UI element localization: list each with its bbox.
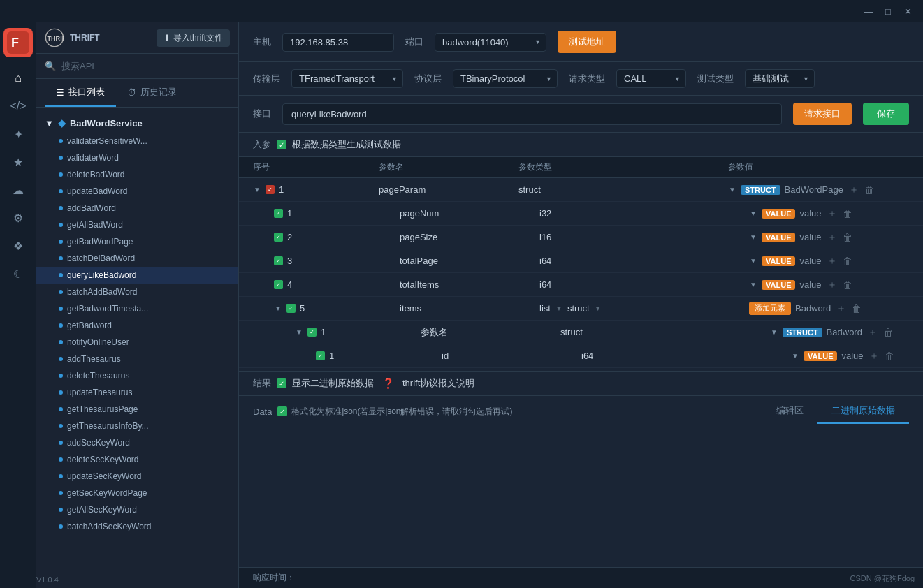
api-item-getAllSecKeyWord[interactable]: getAllSecKeyWord	[36, 501, 238, 518]
api-item-getThesaurusInfoBy[interactable]: getThesaurusInfoBy...	[36, 418, 238, 434]
delete-param-button[interactable]: 🗑	[883, 349, 896, 363]
param-name: pageParam	[379, 184, 518, 195]
api-item-queryLikeBadword[interactable]: queryLikeBadword	[36, 267, 238, 284]
api-item-updateBadWord[interactable]: updateBadWord	[36, 183, 238, 200]
row-checkbox[interactable]	[316, 351, 325, 360]
delete-param-button[interactable]: 🗑	[841, 254, 854, 268]
request-interface-button[interactable]: 请求接口	[793, 103, 852, 125]
show-binary-checkbox[interactable]	[277, 378, 286, 388]
api-item-getBadwordTimesta[interactable]: getBadwordTimesta...	[36, 300, 238, 317]
nav-home-icon[interactable]: ⌂	[6, 66, 31, 91]
service-header[interactable]: ▼ ◆ BadWordService	[36, 113, 238, 133]
row-checkbox[interactable]	[274, 280, 283, 289]
import-button[interactable]: ⬆ 导入thrift文件	[157, 29, 230, 47]
expand-button[interactable]: ▼	[274, 304, 282, 313]
row-checkbox[interactable]	[274, 209, 283, 218]
maximize-button[interactable]: □	[878, 1, 898, 21]
svg-text:THRIFT: THRIFT	[48, 35, 65, 42]
tab-history[interactable]: ⏱ 历史记录	[116, 79, 188, 107]
add-param-button[interactable]: ＋	[826, 277, 838, 293]
generate-test-data-checkbox[interactable]	[277, 140, 286, 149]
api-item-batchDelBadWord[interactable]: batchDelBadWord	[36, 250, 238, 267]
row-checkbox[interactable]	[307, 328, 317, 337]
nav-grid-icon[interactable]: ❖	[6, 233, 31, 258]
row-checkbox[interactable]	[274, 233, 283, 242]
nav-settings-icon[interactable]: ⚙	[6, 205, 31, 230]
api-dot-icon	[59, 491, 63, 495]
api-item-getSecKeyWordPage[interactable]: getSecKeyWordPage	[36, 485, 238, 501]
request-type-select-wrapper: CALL	[616, 69, 686, 88]
add-element-button[interactable]: 添加元素	[749, 302, 791, 315]
delete-param-button[interactable]: 🗑	[850, 302, 863, 316]
protocol-select[interactable]: TBinaryProtocol	[453, 69, 558, 88]
nav-star-icon[interactable]: ✦	[6, 122, 31, 147]
type-cell: i64	[539, 279, 749, 290]
add-param-button[interactable]: ＋	[835, 301, 848, 316]
row-checkbox[interactable]	[286, 304, 296, 313]
api-item-batchAddBadWord[interactable]: batchAddBadWord	[36, 284, 238, 300]
api-item-addSecKeyWord[interactable]: addSecKeyWord	[36, 434, 238, 451]
response-time-label: 响应时间：	[253, 572, 295, 584]
format-json-checkbox[interactable]	[277, 406, 287, 416]
result-editor[interactable]	[245, 433, 679, 561]
api-item-addBadWord[interactable]: addBadWord	[36, 200, 238, 216]
api-item-getThesaurusPage[interactable]: getThesaurusPage	[36, 401, 238, 418]
tab-binary[interactable]: 二进制原始数据	[817, 399, 909, 424]
api-item-batchAddSecKeyWord[interactable]: batchAddSecKeyWord	[36, 518, 238, 535]
nav-code-icon[interactable]: </>	[6, 94, 31, 119]
api-item-addThesaurus[interactable]: addThesaurus	[36, 351, 238, 367]
close-button[interactable]: ✕	[898, 1, 917, 21]
tab-editor[interactable]: 编辑区	[762, 399, 817, 424]
expand-button[interactable]: ▼	[295, 328, 303, 337]
add-param-button[interactable]: ＋	[826, 206, 838, 221]
row-checkbox[interactable]	[274, 256, 283, 265]
api-item-deleteBadWord[interactable]: deleteBadWord	[36, 166, 238, 183]
api-item-updateSecKeyWord[interactable]: updateSecKeyWord	[36, 468, 238, 485]
host-input[interactable]	[282, 33, 394, 52]
add-param-button[interactable]: ＋	[826, 253, 838, 269]
binary-editor[interactable]	[691, 433, 917, 561]
seq-cell: 1	[274, 208, 400, 219]
delete-param-button[interactable]: 🗑	[841, 230, 854, 244]
nav-cloud-icon[interactable]: ☁	[6, 177, 31, 203]
save-button[interactable]: 保存	[863, 103, 909, 125]
row-checkbox[interactable]	[266, 185, 275, 194]
transport-select[interactable]: TFramedTransport	[291, 69, 403, 88]
delete-param-button[interactable]: 🗑	[882, 325, 894, 339]
param-name: 参数名	[421, 326, 560, 339]
api-item-deleteSecKeyWord[interactable]: deleteSecKeyWord	[36, 451, 238, 468]
nav-bookmark-icon[interactable]: ★	[6, 149, 31, 175]
result-body	[239, 427, 923, 567]
delete-param-button[interactable]: 🗑	[841, 278, 854, 292]
request-type-select[interactable]: CALL	[616, 69, 686, 88]
delete-param-button[interactable]: 🗑	[841, 207, 854, 221]
add-param-button[interactable]: ＋	[868, 348, 880, 364]
api-item-getAllBadWord[interactable]: getAllBadWord	[36, 216, 238, 233]
val-cell: ▼ STRUCT BadWordPage ＋ 🗑	[728, 182, 875, 198]
minimize-button[interactable]: —	[859, 1, 878, 21]
tab-interface-list[interactable]: ☰ 接口列表	[45, 79, 116, 107]
api-dot-icon	[59, 374, 63, 378]
table-row: ▼ 5 items list ▼ struct ▼ 添加元素 Badword	[239, 297, 923, 321]
add-param-button[interactable]: ＋	[866, 325, 879, 340]
test-type-select[interactable]: 基础测试	[745, 69, 815, 88]
api-item-validaterSensitiveW[interactable]: validaterSensitiveW...	[36, 133, 238, 149]
col-type: 参数类型	[518, 161, 728, 173]
api-item-notifyOnlineUser[interactable]: notifyOnlineUser	[36, 334, 238, 351]
nav-theme-icon[interactable]: ☾	[6, 261, 31, 286]
expand-button[interactable]: ▼	[253, 186, 261, 194]
api-dot-icon	[59, 240, 63, 244]
port-select[interactable]: badword(11040)	[435, 33, 546, 52]
api-item-updateThesaurus[interactable]: updateThesaurus	[36, 384, 238, 401]
interface-input[interactable]	[282, 103, 782, 125]
add-param-button[interactable]: ＋	[848, 182, 860, 198]
add-param-button[interactable]: ＋	[826, 230, 838, 245]
api-item-validaterWord[interactable]: validaterWord	[36, 149, 238, 166]
api-item-getBadword[interactable]: getBadword	[36, 317, 238, 334]
search-input[interactable]	[61, 61, 230, 71]
test-addr-button[interactable]: 测试地址	[558, 31, 616, 53]
top-toolbar: 主机 端口 badword(11040) 测试地址	[239, 22, 923, 62]
delete-param-button[interactable]: 🗑	[863, 183, 875, 197]
api-item-deleteThesaurus[interactable]: deleteThesaurus	[36, 367, 238, 384]
api-item-getBadWordPage[interactable]: getBadWordPage	[36, 233, 238, 250]
